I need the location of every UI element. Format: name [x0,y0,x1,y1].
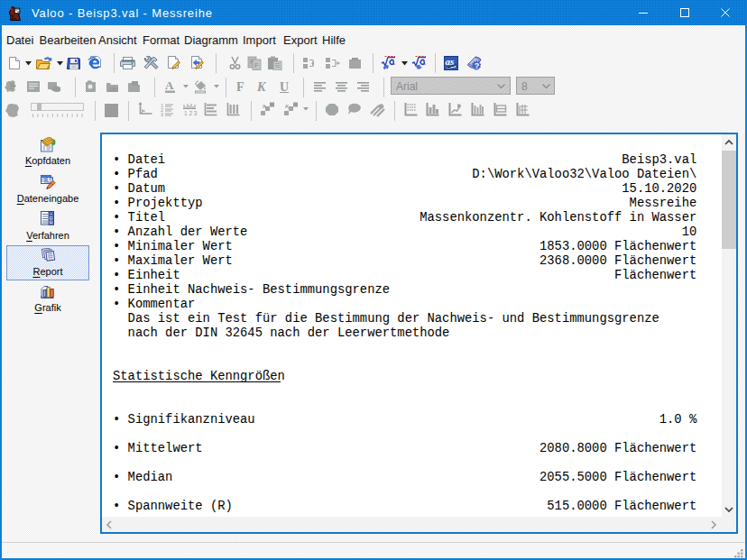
svg-text:as: as [446,56,455,67]
svg-text:3: 3 [161,112,163,117]
svg-text:1 2 3: 1 2 3 [184,110,198,116]
svg-text:?: ? [475,61,480,70]
svg-text:A: A [165,79,174,92]
svg-text:F: F [254,62,259,69]
